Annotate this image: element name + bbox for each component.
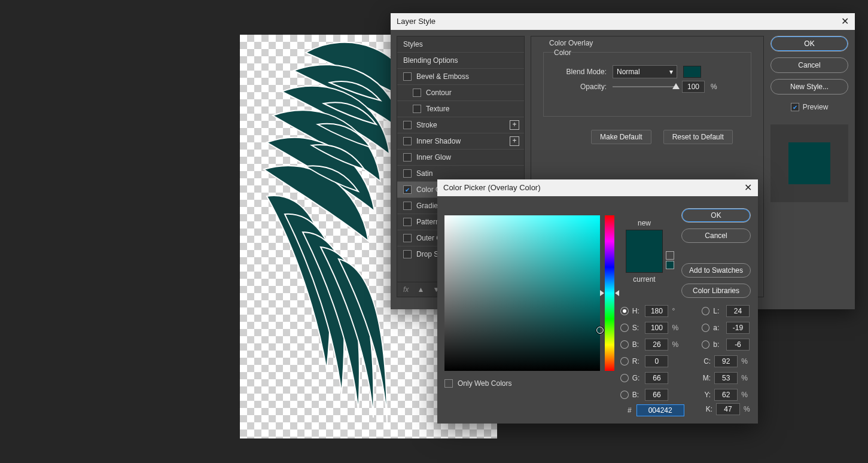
h-radio[interactable] <box>620 307 629 315</box>
rgb-b-radio[interactable] <box>620 391 629 399</box>
stroke-row[interactable]: Stroke+ <box>397 117 524 133</box>
a-input[interactable]: -19 <box>726 322 750 334</box>
s-label: S: <box>632 324 642 332</box>
satin-checkbox[interactable] <box>403 169 412 178</box>
drop-shadow-checkbox[interactable] <box>403 250 412 258</box>
gradient-overlay-checkbox[interactable] <box>403 202 412 210</box>
s-radio[interactable] <box>620 324 629 332</box>
layer-style-titlebar[interactable]: Layer Style ✕ <box>391 13 855 30</box>
hue-arrow-right-icon[interactable] <box>615 290 619 296</box>
hue-slider[interactable] <box>605 215 614 371</box>
color-values-grid: H: 180 ° L: 24 S: 100 % a: -19 <box>620 303 750 403</box>
m-input[interactable]: 53 <box>714 372 738 384</box>
saturation-value-field[interactable] <box>444 215 600 371</box>
gamut-color-chip-icon[interactable] <box>666 261 674 269</box>
pattern-overlay-checkbox[interactable] <box>403 218 412 226</box>
close-icon[interactable]: ✕ <box>744 179 752 196</box>
settings-sub-title: Color <box>554 48 571 57</box>
reset-default-button[interactable]: Reset to Default <box>663 130 733 144</box>
ok-button[interactable]: OK <box>770 36 848 51</box>
fx-label: fx <box>403 285 409 294</box>
s-input[interactable]: 100 <box>645 322 668 334</box>
gamut-warning-icon[interactable] <box>666 251 674 260</box>
k-label: K: <box>703 405 712 413</box>
m-label: M: <box>702 374 711 382</box>
chevron-down-icon: ▾ <box>669 68 673 76</box>
slider-thumb-icon[interactable] <box>672 83 680 89</box>
b-input[interactable]: 26 <box>645 339 668 351</box>
rgb-b-label: B: <box>632 391 642 399</box>
k-input[interactable]: 47 <box>716 403 740 415</box>
inner-shadow-row[interactable]: Inner Shadow+ <box>397 133 524 149</box>
lab-b-input[interactable]: -6 <box>726 339 750 351</box>
lab-b-radio[interactable] <box>702 340 710 349</box>
g-input[interactable]: 66 <box>645 372 668 384</box>
color-overlay-checkbox[interactable] <box>403 185 412 194</box>
new-current-compare: new current <box>623 219 666 284</box>
c-input[interactable]: 92 <box>714 355 738 367</box>
y-label: Y: <box>702 391 711 399</box>
inner-shadow-checkbox[interactable] <box>403 137 412 145</box>
hex-input[interactable]: 004242 <box>636 404 684 416</box>
texture-row[interactable]: Texture <box>397 100 524 117</box>
l-radio[interactable] <box>702 307 710 315</box>
deg-unit: ° <box>672 307 680 315</box>
y-input[interactable]: 62 <box>714 389 738 401</box>
add-inner-shadow-icon[interactable]: + <box>510 136 519 146</box>
h-label: H: <box>632 307 642 315</box>
only-web-colors-checkbox[interactable] <box>444 379 453 388</box>
blending-options-row[interactable]: Blending Options <box>397 52 524 68</box>
rgb-b-input[interactable]: 66 <box>645 389 668 401</box>
g-label: G: <box>632 374 642 382</box>
opacity-input[interactable]: 100 <box>682 81 705 93</box>
hex-row: # 004242 <box>628 404 684 416</box>
contour-checkbox[interactable] <box>413 89 421 97</box>
color-picker-actions: OK Cancel Add to Swatches Color Librarie… <box>681 208 751 298</box>
r-radio[interactable] <box>620 357 629 365</box>
layer-style-title: Layer Style <box>397 13 435 30</box>
blend-mode-dropdown[interactable]: Normal ▾ <box>613 65 677 78</box>
only-web-colors-row[interactable]: Only Web Colors <box>444 379 511 388</box>
new-current-swatches[interactable] <box>626 230 663 273</box>
h-input[interactable]: 180 <box>645 305 668 317</box>
hue-arrow-left-icon[interactable] <box>600 290 604 296</box>
settings-group-title: Color Overlay <box>549 39 593 47</box>
preview-well <box>770 124 848 202</box>
arrow-up-icon[interactable]: ▲ <box>417 285 424 294</box>
inner-glow-checkbox[interactable] <box>403 153 412 162</box>
texture-checkbox[interactable] <box>413 105 421 113</box>
color-picker-dialog: Color Picker (Overlay Color) ✕ new curre… <box>437 179 758 424</box>
inner-glow-row[interactable]: Inner Glow <box>397 149 524 165</box>
stroke-checkbox[interactable] <box>403 121 412 129</box>
b-radio[interactable] <box>620 340 629 349</box>
cancel-button[interactable]: Cancel <box>681 229 751 243</box>
hex-hash-label: # <box>628 406 632 415</box>
styles-row[interactable]: Styles <box>397 36 524 52</box>
lab-b-label: b: <box>713 340 723 349</box>
ok-button[interactable]: OK <box>681 208 751 223</box>
make-default-button[interactable]: Make Default <box>591 130 651 144</box>
opacity-slider[interactable] <box>613 86 676 87</box>
bevel-emboss-row[interactable]: Bevel & Emboss <box>397 68 524 84</box>
l-input[interactable]: 24 <box>726 305 750 317</box>
new-style-button[interactable]: New Style... <box>770 79 848 95</box>
color-libraries-button[interactable]: Color Libraries <box>681 284 751 298</box>
y-unit: % <box>741 391 750 399</box>
add-stroke-icon[interactable]: + <box>510 120 519 130</box>
preview-checkbox[interactable] <box>791 103 799 111</box>
outer-glow-checkbox[interactable] <box>403 234 412 242</box>
g-radio[interactable] <box>620 374 629 382</box>
contour-row[interactable]: Contour <box>397 84 524 100</box>
bevel-checkbox[interactable] <box>403 72 412 81</box>
l-label: L: <box>713 307 723 315</box>
a-radio[interactable] <box>702 324 710 332</box>
close-icon[interactable]: ✕ <box>841 13 849 30</box>
add-swatches-button[interactable]: Add to Swatches <box>681 263 751 278</box>
overlay-color-swatch[interactable] <box>683 66 701 78</box>
satin-row[interactable]: Satin <box>397 165 524 181</box>
color-picker-titlebar[interactable]: Color Picker (Overlay Color) ✕ <box>437 179 758 196</box>
b-label: B: <box>632 340 642 349</box>
color-selection-ring-icon[interactable] <box>596 327 604 334</box>
cancel-button[interactable]: Cancel <box>770 57 848 73</box>
r-input[interactable]: 0 <box>645 355 668 367</box>
